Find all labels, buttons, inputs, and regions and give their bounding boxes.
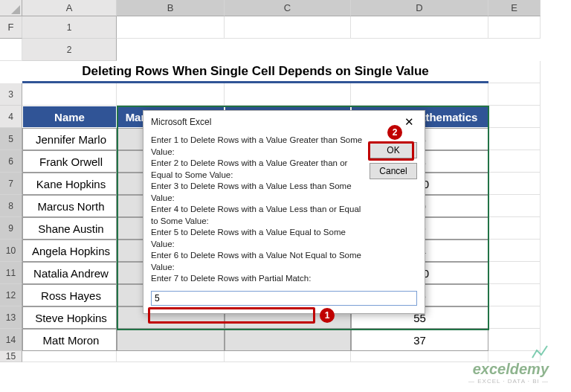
row-header-7[interactable]: 7	[0, 173, 22, 195]
row-header-13[interactable]: 13	[0, 306, 22, 329]
input-dialog: Microsoft Excel ✕ Enter 1 to Delete Rows…	[143, 110, 425, 314]
row-header-5[interactable]: 5	[0, 128, 22, 150]
row-header-4[interactable]: 4	[0, 106, 22, 128]
col-header-D[interactable]: D	[351, 0, 488, 16]
close-icon[interactable]: ✕	[400, 115, 419, 129]
col-header-E[interactable]: E	[488, 0, 541, 16]
col-header-A[interactable]: A	[22, 0, 117, 16]
row-header-6[interactable]: 6	[0, 150, 22, 173]
row-header-10[interactable]: 10	[0, 240, 22, 262]
dialog-prompt: Enter 1 to Delete Rows with a Value Grea…	[151, 135, 364, 285]
col-header-F[interactable]: F	[0, 16, 22, 39]
row-header-12[interactable]: 12	[0, 284, 22, 306]
cell-name[interactable]: Natalia Andrew	[22, 262, 117, 284]
col-header-C[interactable]: C	[225, 0, 351, 16]
dialog-title: Microsoft Excel	[151, 117, 211, 127]
cell-name[interactable]: Frank Orwell	[22, 150, 117, 173]
row-header-11[interactable]: 11	[0, 262, 22, 284]
cell-name[interactable]: Jennifer Marlo	[22, 128, 117, 150]
dialog-input[interactable]	[151, 291, 417, 306]
cell-name[interactable]: Shane Austin	[22, 217, 117, 240]
row-header-9[interactable]: 9	[0, 217, 22, 240]
row-header-8[interactable]: 8	[0, 195, 22, 217]
cell-name[interactable]: Matt Moron	[22, 329, 117, 351]
cell-name[interactable]: Ross Hayes	[22, 284, 117, 306]
page-title: Deleting Rows When Single Cell Depends o…	[22, 61, 488, 83]
cancel-button[interactable]: Cancel	[370, 163, 417, 179]
cell-name[interactable]: Marcus North	[22, 195, 117, 217]
th-name[interactable]: Name	[22, 106, 117, 128]
cell-name[interactable]: Angela Hopkins	[22, 240, 117, 262]
cell-name[interactable]: Kane Hopkins	[22, 173, 117, 195]
row-header-3[interactable]: 3	[0, 83, 22, 106]
select-all-corner[interactable]	[0, 0, 22, 16]
row-header-15[interactable]: 15	[0, 351, 22, 362]
row-header-14[interactable]: 14	[0, 329, 22, 351]
row-header-2[interactable]: 2	[22, 39, 117, 61]
ok-button[interactable]: OK	[370, 142, 417, 158]
watermark: exceldemy — EXCEL · DATA · BI —	[468, 344, 549, 385]
cell-name[interactable]: Steve Hopkins	[22, 306, 117, 329]
row-header-1[interactable]: 1	[22, 16, 117, 39]
col-header-B[interactable]: B	[117, 0, 225, 16]
